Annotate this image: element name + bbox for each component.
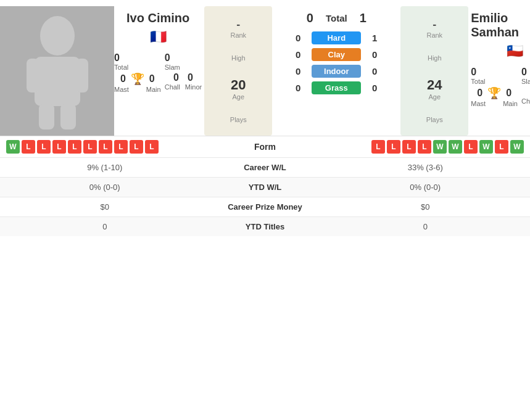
right-trophy-icon: 🏆 [487,86,501,100]
surface-row-indoor: 0 Indoor 0 [277,65,395,78]
form-left-badge-9: L [145,140,159,154]
right-slam-value: 0 Slam [521,67,530,85]
left-slam-value: 0 Slam [165,52,202,71]
data-row-left-1: 0% (0-0) [6,183,204,192]
form-right-badge-3: L [418,140,431,154]
form-left-badge-3: L [52,140,66,154]
right-high-item: High [403,54,466,62]
right-age-item: 24 Age [403,77,466,101]
left-player-info: Ivo Cimino 🇫🇷 0 Total 0 Slam 0 🏆 0 [114,6,202,136]
data-row-right-0: 33% (3-6) [327,163,524,172]
left-player-photo [0,6,114,136]
form-left-badge-8: L [130,140,143,154]
form-left: WLLLLLLLLL [6,140,204,154]
right-total-value: 0 Total [471,67,518,85]
svg-point-0 [40,16,75,56]
data-row-0: 9% (1-10)Career W/L33% (3-6) [0,157,530,177]
clay-right-score: 0 [368,49,381,60]
form-right-badge-7: W [479,140,493,154]
right-rank-item: - Rank [403,19,466,39]
surface-row-clay: 0 Clay 0 [277,48,395,61]
hard-badge: Hard [312,31,361,44]
right-middle-card: - Rank High 24 Age Plays [400,6,468,136]
form-right-badge-2: L [402,140,416,154]
data-row-center-1: YTD W/L [204,183,327,192]
form-right-badge-4: W [433,140,447,154]
grass-left-score: 0 [292,83,304,93]
data-row-left-3: 0 [6,222,204,231]
right-player-details: Emilio Samhan 🇨🇱 0 Total 0 Slam 0 🏆 0 [471,6,530,136]
data-row-center-3: YTD Titles [204,222,327,231]
total-label: Total [326,13,347,23]
form-section: WLLLLLLLLL Form LLLLWWLWLW [0,136,530,157]
indoor-badge: Indoor [312,65,361,78]
svg-rect-3 [76,59,88,93]
data-row-right-2: $0 [327,202,524,212]
svg-rect-4 [39,104,54,130]
data-row-left-0: 9% (1-10) [6,163,204,172]
left-player-stats: 0 Total 0 Slam 0 🏆 0 Mast Main [114,52,202,93]
left-chall-minor: 0 0 Chall Minor [165,72,202,93]
left-rank-item: - Rank [207,19,270,39]
form-right-badge-1: L [387,140,400,154]
grass-badge: Grass [312,81,361,94]
surface-rows: 0 Hard 1 0 Clay 0 0 Indoor 0 0 Grass 0 [277,31,395,94]
surface-row-hard: 0 Hard 1 [277,31,395,44]
right-player-flag: 🇨🇱 [507,43,523,59]
left-middle-card: - Rank High 20 Age Plays [204,6,272,136]
left-plays-item: Plays [207,116,270,123]
right-player-stats: 0 Total 0 Slam 0 🏆 0 Mast Main [471,67,530,107]
grass-right-score: 0 [368,83,381,93]
data-row-right-3: 0 [327,222,524,231]
form-label: Form [204,142,327,152]
data-row-center-0: Career W/L [204,163,327,172]
form-left-badge-0: W [6,140,20,154]
data-row-1: 0% (0-0)YTD W/L0% (0-0) [0,177,530,197]
left-player-details: Ivo Cimino 🇫🇷 0 Total 0 Slam 0 🏆 0 [114,6,202,136]
total-right-score: 1 [360,11,366,25]
form-right: LLLLWWLWLW [327,140,524,154]
left-trophy-icon: 🏆 [131,72,144,86]
left-player-name: Ivo Cimino [126,11,189,25]
right-mast-trophy: 0 🏆 0 Mast Main [471,86,518,107]
data-rows: 9% (1-10)Career W/L33% (3-6)0% (0-0)YTD … [0,157,530,236]
right-plays-item: Plays [403,116,466,123]
data-row-left-2: $0 [6,202,204,212]
form-left-badge-1: L [22,140,35,154]
form-left-badge-7: L [114,140,128,154]
surface-row-grass: 0 Grass 0 [277,81,395,94]
data-row-center-2: Career Prize Money [204,202,327,212]
left-total-value: 0 Total [114,52,161,71]
hard-right-score: 1 [368,33,381,43]
data-row-right-1: 0% (0-0) [327,183,524,192]
right-player-info: Emilio Samhan 🇨🇱 0 Total 0 Slam 0 🏆 0 [471,6,530,136]
svg-rect-5 [60,104,76,130]
left-player-flag: 🇫🇷 [150,29,167,45]
clay-badge: Clay [312,48,361,61]
form-left-badge-5: L [83,140,97,154]
svg-rect-2 [27,59,39,93]
form-right-badge-0: L [371,140,385,154]
left-high-item: High [207,54,270,62]
form-left-badge-6: L [99,140,112,154]
form-right-badge-8: L [495,140,508,154]
data-row-2: $0Career Prize Money$0 [0,197,530,216]
total-left-score: 0 [307,11,313,25]
form-right-badge-6: L [464,140,478,154]
top-section: Ivo Cimino 🇫🇷 0 Total 0 Slam 0 🏆 0 [0,0,530,136]
center-section: 0 Total 1 0 Hard 1 0 Clay 0 0 Indoor 0 0 [275,6,398,136]
indoor-left-score: 0 [292,66,304,76]
data-row-3: 0YTD Titles0 [0,216,530,236]
form-left-badge-2: L [37,140,51,154]
hard-left-score: 0 [292,33,304,43]
total-row: 0 Total 1 [277,11,395,25]
left-mast-trophy: 0 🏆 0 Mast Main [114,72,161,93]
left-age-item: 20 Age [207,77,270,101]
right-player-name: Emilio Samhan [471,11,530,39]
clay-left-score: 0 [292,49,304,60]
left-silhouette-icon [23,12,91,130]
form-right-badge-9: W [510,140,524,154]
right-chall-minor: 0 0 Chall Minor [521,86,530,107]
form-left-badge-4: L [68,140,81,154]
form-right-badge-5: W [449,140,462,154]
